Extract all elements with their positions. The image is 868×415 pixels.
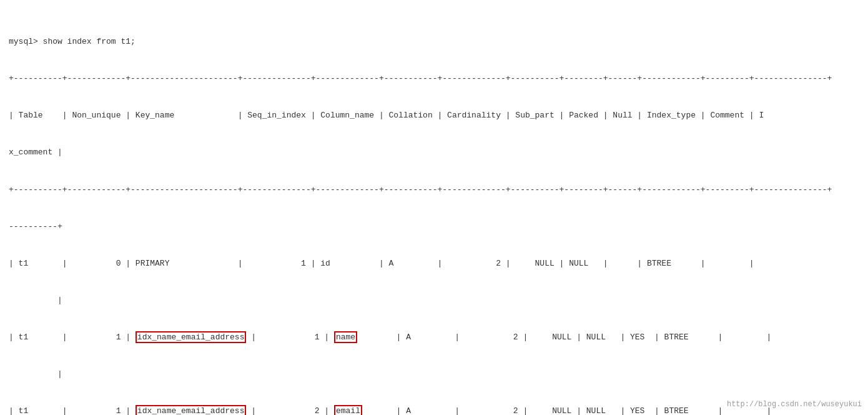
line-border-2: +----------+------------+---------------… (9, 184, 859, 196)
line-header-1: | Table | Non_unique | Key_name | Seq_in… (9, 109, 859, 122)
highlight-idx-2: idx_name_email_address (136, 405, 247, 415)
line-data-2b: | (9, 368, 859, 381)
highlight-email: email (334, 405, 362, 415)
watermark: http://blog.csdn.net/wuseyukui (727, 400, 862, 409)
terminal-output: mysql> show index from t1; +----------+-… (6, 6, 862, 415)
line-data-1: | t1 | 0 | PRIMARY | 1 | id | A | 2 | NU… (9, 258, 859, 270)
highlight-idx-1: idx_name_email_address (136, 331, 247, 343)
line-command-1: mysql> show index from t1; (9, 36, 859, 48)
line-header-2: x_comment | (9, 146, 859, 159)
line-border-1: +----------+------------+---------------… (9, 72, 859, 85)
line-border-3: ----------+ (9, 221, 859, 233)
line-data-2: | t1 | 1 | idx_name_email_address | 1 | … (9, 331, 859, 344)
highlight-name: name (334, 331, 357, 343)
line-data-1b: | (9, 294, 859, 307)
